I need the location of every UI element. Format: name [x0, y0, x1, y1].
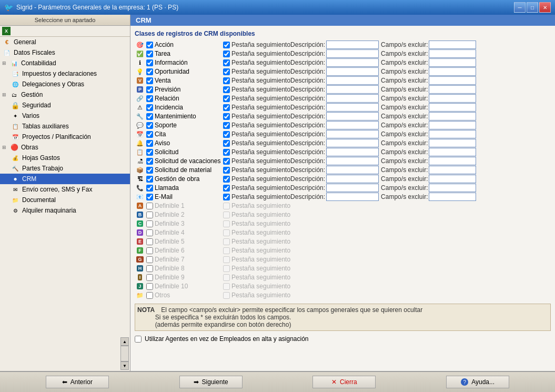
utilizar-checkbox[interactable] [135, 336, 142, 343]
row-main-checkbox[interactable] [146, 283, 153, 290]
row-descripcion-input[interactable] [326, 67, 379, 76]
row-main-checkbox[interactable] [146, 149, 153, 156]
row-seguimiento-checkbox[interactable] [223, 86, 230, 93]
row-excluir-input[interactable] [429, 175, 476, 183]
sidebar-item-seguridad[interactable]: 🔒 Seguridad [0, 100, 130, 110]
row-excluir-input[interactable] [429, 193, 476, 201]
row-main-checkbox[interactable] [146, 167, 153, 174]
row-excluir-input[interactable] [429, 139, 476, 147]
sidebar-item-envio[interactable]: ✉ Envío correo, SMS y Fax [0, 184, 130, 195]
ayuda-button[interactable]: ? Ayuda... [446, 376, 509, 388]
row-seguimiento-checkbox[interactable] [223, 131, 230, 138]
sidebar-item-alquiler[interactable]: ⚙ Alquiler maquinaria [0, 205, 130, 216]
siguiente-button[interactable]: ➡ Siguiente [179, 376, 243, 388]
row-main-checkbox[interactable] [146, 194, 153, 200]
row-seguimiento-checkbox[interactable] [223, 104, 230, 111]
row-seguimiento-checkbox[interactable] [223, 149, 230, 156]
cierra-button[interactable]: ✕ Cierra [312, 376, 376, 388]
sidebar-item-documental[interactable]: 📁 Documental [0, 195, 130, 205]
row-main-checkbox[interactable] [146, 95, 153, 102]
row-seguimiento-checkbox[interactable] [223, 194, 230, 200]
row-excluir-input[interactable] [429, 58, 476, 67]
row-descripcion-input[interactable] [326, 121, 379, 129]
row-descripcion-input[interactable] [326, 85, 379, 94]
row-excluir-input[interactable] [429, 148, 476, 156]
row-excluir-input[interactable] [429, 130, 476, 138]
row-seguimiento-checkbox[interactable] [223, 158, 230, 165]
sidebar-scroll-up[interactable]: ▲ [120, 337, 129, 346]
row-excluir-input[interactable] [429, 121, 476, 129]
row-descripcion-input[interactable] [326, 175, 379, 183]
row-main-checkbox[interactable] [146, 59, 153, 66]
sidebar-item-datos-fiscales[interactable]: 📄 Datos Fiscales [0, 47, 130, 58]
row-main-checkbox[interactable] [146, 229, 153, 236]
row-main-checkbox[interactable] [146, 176, 153, 183]
sidebar-item-tablas[interactable]: 📋 Tablas auxiliares [0, 121, 130, 132]
row-descripcion-input[interactable] [326, 41, 379, 49]
sidebar-item-gestion[interactable]: ⊞ 🗂 Gestión [0, 89, 130, 100]
sidebar-item-varios[interactable]: ✦ Varios [0, 110, 130, 121]
sidebar-item-general[interactable]: € General [0, 37, 130, 47]
row-excluir-input[interactable] [429, 49, 476, 58]
row-descripcion-input[interactable] [326, 184, 379, 192]
excel-export-icon[interactable]: X [2, 27, 11, 35]
row-seguimiento-checkbox[interactable] [223, 167, 230, 174]
row-seguimiento-checkbox[interactable] [223, 122, 230, 129]
row-descripcion-input[interactable] [326, 94, 379, 103]
row-excluir-input[interactable] [429, 41, 476, 49]
row-seguimiento-checkbox[interactable] [223, 68, 230, 75]
row-excluir-input[interactable] [429, 112, 476, 120]
sidebar-item-delegaciones[interactable]: 🌐 Delegaciones y Obras [0, 79, 130, 89]
row-seguimiento-checkbox[interactable] [223, 113, 230, 120]
row-main-checkbox[interactable] [146, 158, 153, 165]
sidebar-item-partes[interactable]: 🔨 Partes Trabajo [0, 163, 130, 174]
row-main-checkbox[interactable] [146, 113, 153, 120]
row-main-checkbox[interactable] [146, 86, 153, 93]
row-descripcion-input[interactable] [326, 112, 379, 120]
sidebar-scroll-down[interactable]: ▼ [120, 361, 129, 370]
row-descripcion-input[interactable] [326, 148, 379, 156]
row-seguimiento-checkbox[interactable] [223, 59, 230, 66]
sidebar-item-proyectos[interactable]: 📅 Proyectos / Planificación [0, 132, 130, 142]
row-seguimiento-checkbox[interactable] [223, 176, 230, 183]
row-descripcion-input[interactable] [326, 130, 379, 138]
row-descripcion-input[interactable] [326, 76, 379, 85]
row-excluir-input[interactable] [429, 94, 476, 103]
close-window-button[interactable]: ✕ [539, 2, 551, 13]
sidebar-item-impuestos[interactable]: 📑 Impuestos y declaraciones [0, 68, 130, 79]
row-seguimiento-checkbox[interactable] [223, 51, 230, 57]
sidebar-item-contabilidad[interactable]: ⊞ 📊 Contabilidad [0, 58, 130, 68]
row-main-checkbox[interactable] [146, 51, 153, 57]
sidebar-item-obras[interactable]: ⊞ 🔴 Obras [0, 142, 130, 153]
row-descripcion-input[interactable] [326, 58, 379, 67]
row-main-checkbox[interactable] [146, 42, 153, 48]
row-excluir-input[interactable] [429, 85, 476, 94]
row-main-checkbox[interactable] [146, 247, 153, 254]
row-descripcion-input[interactable] [326, 103, 379, 112]
row-main-checkbox[interactable] [146, 185, 153, 192]
row-main-checkbox[interactable] [146, 140, 153, 147]
row-descripcion-input[interactable] [326, 166, 379, 174]
row-excluir-input[interactable] [429, 67, 476, 76]
row-excluir-input[interactable] [429, 76, 476, 85]
row-main-checkbox[interactable] [146, 203, 153, 209]
minimize-button[interactable]: ─ [514, 2, 526, 13]
row-seguimiento-checkbox[interactable] [223, 140, 230, 147]
row-seguimiento-checkbox[interactable] [223, 95, 230, 102]
row-excluir-input[interactable] [429, 157, 476, 165]
row-seguimiento-checkbox[interactable] [223, 185, 230, 192]
row-main-checkbox[interactable] [146, 292, 153, 299]
row-main-checkbox[interactable] [146, 68, 153, 75]
row-main-checkbox[interactable] [146, 212, 153, 218]
row-descripcion-input[interactable] [326, 49, 379, 58]
row-excluir-input[interactable] [429, 166, 476, 174]
row-main-checkbox[interactable] [146, 104, 153, 111]
sidebar-item-crm[interactable]: ● CRM [0, 174, 130, 184]
row-main-checkbox[interactable] [146, 265, 153, 272]
row-main-checkbox[interactable] [146, 77, 153, 84]
anterior-button[interactable]: ⬅ Anterior [46, 376, 109, 388]
row-seguimiento-checkbox[interactable] [223, 42, 230, 48]
maximize-button[interactable]: □ [527, 2, 538, 13]
row-descripcion-input[interactable] [326, 157, 379, 165]
row-main-checkbox[interactable] [146, 274, 153, 281]
